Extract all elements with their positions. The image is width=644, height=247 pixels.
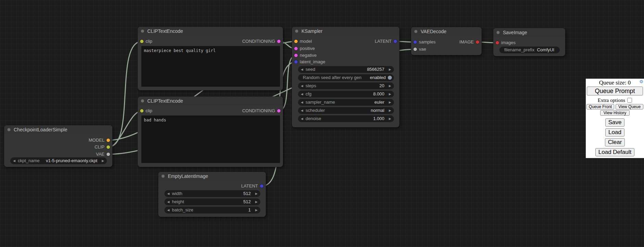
widget-value: 1 [248, 207, 251, 213]
model-output-port[interactable] [107, 139, 110, 142]
clip-output-port[interactable] [107, 145, 110, 149]
decrement-arrow-icon[interactable]: ◀ [167, 190, 170, 197]
widget-value: 20 [380, 82, 384, 89]
decrement-arrow-icon[interactable]: ◀ [301, 115, 303, 122]
slot-label: VAE [96, 151, 104, 158]
filename-prefix-widget[interactable]: filename_prefix ComfyUI [499, 47, 560, 53]
widget-value: enabled [370, 74, 386, 81]
node-title: KSampler [292, 27, 399, 36]
settings-gear-icon[interactable]: ⚙ [639, 79, 643, 84]
latent-output-port[interactable] [260, 184, 263, 188]
widget-value: v1-5-pruned-emaonly.ckpt [46, 157, 97, 164]
width-widget[interactable]: ◀ width 512 ▶ [164, 190, 260, 197]
increment-arrow-icon[interactable]: ▶ [389, 66, 391, 73]
toggle-on-indicator[interactable] [388, 76, 392, 80]
vae-output-port[interactable] [107, 153, 110, 156]
node-title-bar[interactable]: CLIPTextEncode [138, 27, 283, 36]
conditioning-output-port[interactable] [277, 109, 281, 113]
decrement-arrow-icon[interactable]: ◀ [13, 157, 15, 164]
widget-value: ComfyUI [537, 47, 554, 53]
increment-arrow-icon[interactable]: ▶ [255, 207, 258, 213]
node-collapse-dot[interactable] [295, 29, 298, 33]
increment-arrow-icon[interactable]: ▶ [102, 157, 104, 164]
batch-size-widget[interactable]: ◀ batch_size 1 ▶ [164, 207, 260, 213]
slot-label: negative [300, 52, 317, 59]
cfg-widget[interactable]: ◀ cfg 8.000 ▶ [298, 91, 394, 98]
widget-value: 8566257 [367, 66, 384, 73]
positive-prompt-textarea[interactable]: masterpiece best quality girl [141, 46, 280, 87]
increment-arrow-icon[interactable]: ▶ [255, 198, 258, 205]
negative-input-port[interactable] [294, 54, 298, 57]
load-default-button[interactable]: Load Default [595, 148, 634, 156]
scheduler-widget[interactable]: ◀ scheduler normal ▶ [298, 107, 394, 114]
queue-front-button[interactable]: Queue Front [586, 104, 614, 109]
node-title-bar[interactable]: KSampler [292, 27, 399, 36]
view-queue-button[interactable]: View Queue [616, 104, 643, 109]
increment-arrow-icon[interactable]: ▶ [389, 91, 391, 98]
view-history-button[interactable]: View History [600, 110, 630, 116]
node-collapse-dot[interactable] [7, 128, 11, 131]
decrement-arrow-icon[interactable]: ◀ [301, 99, 303, 106]
slot-label: vae [419, 46, 426, 53]
node-collapse-dot[interactable] [414, 30, 418, 33]
decrement-arrow-icon[interactable]: ◀ [301, 66, 303, 73]
latent-input-port[interactable] [294, 60, 298, 64]
sampler-name-widget[interactable]: ◀ sampler_name euler ▶ [298, 99, 394, 106]
node-save-image[interactable]: SaveImage images filename_prefix ComfyUI [493, 28, 565, 56]
widget-label: height [172, 198, 184, 205]
widget-label: steps [306, 82, 316, 89]
save-button[interactable]: Save [605, 118, 624, 127]
node-title-bar[interactable]: CLIPTextEncode [138, 96, 283, 105]
node-title-bar[interactable]: CheckpointLoaderSimple [4, 125, 112, 134]
clear-button[interactable]: Clear [605, 138, 625, 146]
widget-value: normal [371, 107, 384, 114]
conditioning-output-port[interactable] [277, 40, 281, 43]
decrement-arrow-icon[interactable]: ◀ [301, 82, 303, 89]
node-ksampler[interactable]: KSampler model positive negative latent_… [292, 27, 399, 127]
decrement-arrow-icon[interactable]: ◀ [301, 107, 303, 114]
seed-widget[interactable]: ◀ seed 8566257 ▶ [298, 66, 394, 73]
increment-arrow-icon[interactable]: ▶ [389, 115, 391, 122]
increment-arrow-icon[interactable]: ▶ [389, 99, 391, 106]
load-button[interactable]: Load [605, 128, 624, 136]
decrement-arrow-icon[interactable]: ◀ [167, 207, 170, 213]
steps-widget[interactable]: ◀ steps 20 ▶ [298, 82, 394, 89]
height-widget[interactable]: ◀ height 512 ▶ [164, 198, 260, 205]
node-collapse-dot[interactable] [496, 31, 500, 34]
widget-label: denoise [306, 115, 321, 122]
node-title-bar[interactable]: EmptyLatentImage [158, 172, 266, 181]
ckpt-name-combo-widget[interactable]: ◀ ckpt_name v1-5-pruned-emaonly.ckpt ▶ [10, 157, 107, 164]
positive-input-port[interactable] [294, 47, 298, 50]
node-vae-decode[interactable]: VAEDecode samples vae IMAGE [411, 27, 482, 55]
images-input-port[interactable] [496, 41, 499, 44]
denoise-widget[interactable]: ◀ denoise 1.000 ▶ [298, 115, 394, 122]
latent-output-port[interactable] [394, 40, 397, 43]
negative-prompt-textarea[interactable]: bad hands [141, 115, 280, 163]
decrement-arrow-icon[interactable]: ◀ [301, 91, 303, 98]
input-slot-positive: positive [292, 45, 399, 52]
queue-prompt-button[interactable]: Queue Prompt [587, 87, 643, 95]
node-title-bar[interactable]: SaveImage [493, 28, 565, 37]
node-checkpoint-loader-simple[interactable]: CheckpointLoaderSimple MODEL CLIP VAE ◀ … [4, 125, 112, 167]
vae-input-port[interactable] [413, 48, 417, 51]
image-output-port[interactable] [476, 40, 479, 44]
slot-label: MODEL [89, 137, 104, 144]
increment-arrow-icon[interactable]: ▶ [255, 190, 258, 197]
random-seed-toggle-widget[interactable]: Random seed after every gen enabled [298, 74, 394, 81]
graph-canvas[interactable]: CheckpointLoaderSimple MODEL CLIP VAE ◀ … [0, 0, 644, 247]
link-clip-positive [108, 41, 142, 147]
node-collapse-dot[interactable] [141, 29, 144, 33]
node-clip-text-encode-negative[interactable]: CLIPTextEncode clip CONDITIONING bad han… [138, 96, 283, 167]
widget-label: sampler_name [306, 99, 335, 106]
node-clip-text-encode-positive[interactable]: CLIPTextEncode clip CONDITIONING masterp… [138, 27, 283, 90]
node-collapse-dot[interactable] [141, 99, 144, 103]
slot-label: LATENT [241, 183, 258, 190]
extra-options-checkbox[interactable] [627, 98, 632, 103]
node-empty-latent-image[interactable]: EmptyLatentImage LATENT ◀ width 512 ▶ ◀ … [158, 172, 266, 217]
increment-arrow-icon[interactable]: ▶ [389, 107, 391, 114]
increment-arrow-icon[interactable]: ▶ [389, 82, 391, 89]
node-collapse-dot[interactable] [161, 174, 165, 178]
widget-label: ckpt_name [18, 157, 40, 164]
node-title-bar[interactable]: VAEDecode [411, 27, 482, 36]
decrement-arrow-icon[interactable]: ◀ [167, 198, 170, 205]
